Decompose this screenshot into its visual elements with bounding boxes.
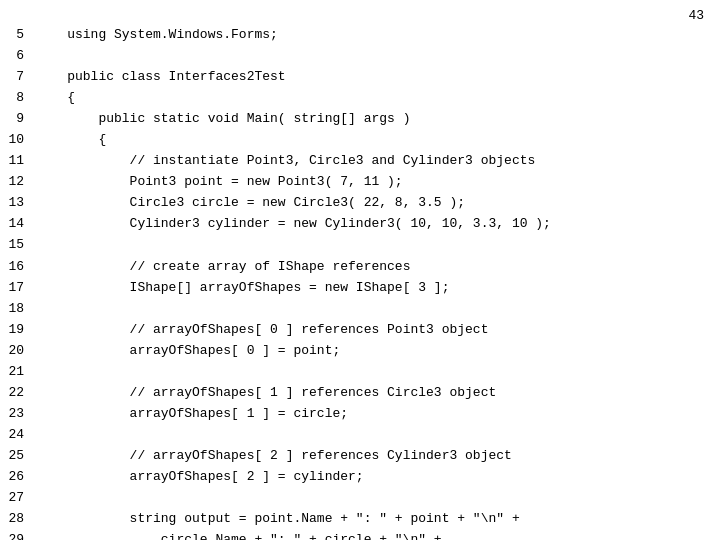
- code-line: 11 // instantiate Point3, Circle3 and Cy…: [0, 150, 720, 171]
- line-content: // arrayOfShapes[ 1 ] references Circle3…: [36, 382, 496, 403]
- line-content: public static void Main( string[] args ): [36, 108, 410, 129]
- line-content: using System.Windows.Forms;: [36, 24, 278, 45]
- code-line: 28 string output = point.Name + ": " + p…: [0, 508, 720, 529]
- line-content: // create array of IShape references: [36, 256, 410, 277]
- code-line: 21: [0, 361, 720, 382]
- code-line: 27: [0, 487, 720, 508]
- line-content: Point3 point = new Point3( 7, 11 );: [36, 171, 403, 192]
- code-line: 16 // create array of IShape references: [0, 256, 720, 277]
- line-number: 25: [0, 445, 36, 466]
- line-content: string output = point.Name + ": " + poin…: [36, 508, 520, 529]
- code-line: 13 Circle3 circle = new Circle3( 22, 8, …: [0, 192, 720, 213]
- code-line: 23 arrayOfShapes[ 1 ] = circle;: [0, 403, 720, 424]
- line-number: 7: [0, 66, 36, 87]
- code-line: 5 using System.Windows.Forms;: [0, 24, 720, 45]
- line-number: 14: [0, 213, 36, 234]
- line-content: {: [36, 129, 106, 150]
- code-line: 10 {: [0, 129, 720, 150]
- line-number: 16: [0, 256, 36, 277]
- line-number: 11: [0, 150, 36, 171]
- line-number: 18: [0, 298, 36, 319]
- line-number: 28: [0, 508, 36, 529]
- code-line: 12 Point3 point = new Point3( 7, 11 );: [0, 171, 720, 192]
- line-number: 29: [0, 529, 36, 540]
- line-number: 19: [0, 319, 36, 340]
- line-content: IShape[] arrayOfShapes = new IShape[ 3 ]…: [36, 277, 449, 298]
- line-number: 24: [0, 424, 36, 445]
- line-number: 20: [0, 340, 36, 361]
- line-number: 17: [0, 277, 36, 298]
- code-line: 14 Cylinder3 cylinder = new Cylinder3( 1…: [0, 213, 720, 234]
- line-number: 6: [0, 45, 36, 66]
- code-line: 18: [0, 298, 720, 319]
- code-line: 9 public static void Main( string[] args…: [0, 108, 720, 129]
- line-content: arrayOfShapes[ 1 ] = circle;: [36, 403, 348, 424]
- line-number: 12: [0, 171, 36, 192]
- code-line: 8 {: [0, 87, 720, 108]
- line-number: 8: [0, 87, 36, 108]
- line-content: circle.Name + ": " + circle + "\n" +: [36, 529, 442, 540]
- code-line: 29 circle.Name + ": " + circle + "\n" +: [0, 529, 720, 540]
- line-content: Circle3 circle = new Circle3( 22, 8, 3.5…: [36, 192, 465, 213]
- code-line: 6: [0, 45, 720, 66]
- code-line: 20 arrayOfShapes[ 0 ] = point;: [0, 340, 720, 361]
- line-content: {: [36, 87, 75, 108]
- line-content: public class Interfaces2Test: [36, 66, 286, 87]
- line-content: arrayOfShapes[ 2 ] = cylinder;: [36, 466, 364, 487]
- page-number: 43: [688, 8, 704, 23]
- line-number: 9: [0, 108, 36, 129]
- line-content: Cylinder3 cylinder = new Cylinder3( 10, …: [36, 213, 551, 234]
- code-container: 5 using System.Windows.Forms;67 public c…: [0, 0, 720, 540]
- code-line: 15: [0, 234, 720, 255]
- line-number: 15: [0, 234, 36, 255]
- line-content: // arrayOfShapes[ 0 ] references Point3 …: [36, 319, 488, 340]
- line-content: // instantiate Point3, Circle3 and Cylin…: [36, 150, 535, 171]
- line-number: 13: [0, 192, 36, 213]
- line-number: 22: [0, 382, 36, 403]
- line-content: // arrayOfShapes[ 2 ] references Cylinde…: [36, 445, 512, 466]
- line-content: arrayOfShapes[ 0 ] = point;: [36, 340, 340, 361]
- line-number: 27: [0, 487, 36, 508]
- line-number: 10: [0, 129, 36, 150]
- code-line: 22 // arrayOfShapes[ 1 ] references Circ…: [0, 382, 720, 403]
- line-number: 21: [0, 361, 36, 382]
- code-line: 17 IShape[] arrayOfShapes = new IShape[ …: [0, 277, 720, 298]
- line-number: 23: [0, 403, 36, 424]
- line-number: 26: [0, 466, 36, 487]
- code-line: 24: [0, 424, 720, 445]
- code-line: 26 arrayOfShapes[ 2 ] = cylinder;: [0, 466, 720, 487]
- line-number: 5: [0, 24, 36, 45]
- code-line: 7 public class Interfaces2Test: [0, 66, 720, 87]
- code-line: 19 // arrayOfShapes[ 0 ] references Poin…: [0, 319, 720, 340]
- code-line: 25 // arrayOfShapes[ 2 ] references Cyli…: [0, 445, 720, 466]
